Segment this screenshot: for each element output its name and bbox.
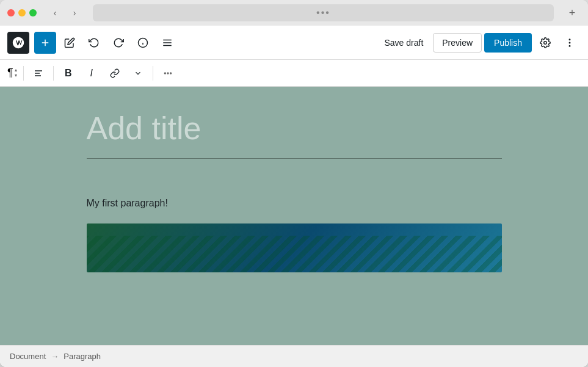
link-button[interactable] <box>104 64 126 83</box>
browser-window: ‹ › ••• + <box>0 0 588 367</box>
svg-point-9 <box>569 39 570 40</box>
more-options-button[interactable] <box>559 32 581 54</box>
first-paragraph[interactable]: My first paragraph! <box>87 195 502 211</box>
traffic-lights <box>7 9 37 16</box>
redo-icon <box>113 37 124 48</box>
block-more-button[interactable] <box>157 64 179 83</box>
traffic-light-fullscreen[interactable] <box>29 9 37 16</box>
plus-icon <box>40 37 51 48</box>
format-toolbar: ¶ ▴ ▾ B I <box>0 60 588 87</box>
align-button[interactable] <box>27 64 49 83</box>
paragraph-selector[interactable]: ¶ ▴ ▾ <box>7 67 17 79</box>
redo-button[interactable] <box>107 32 129 54</box>
traffic-light-minimize[interactable] <box>18 9 26 16</box>
address-bar[interactable]: ••• <box>93 4 554 21</box>
new-tab-button[interactable]: + <box>564 4 581 21</box>
wp-logo-button[interactable] <box>7 32 29 54</box>
more-formatting-button[interactable] <box>127 64 149 83</box>
browser-nav: ‹ › <box>46 4 83 21</box>
bold-button[interactable]: B <box>57 64 79 83</box>
address-dots: ••• <box>316 7 330 18</box>
svg-point-11 <box>569 45 570 46</box>
align-icon <box>34 68 43 78</box>
format-divider-2 <box>53 66 54 81</box>
editor-inner: Add title My first paragraph! <box>50 87 539 297</box>
svg-point-8 <box>544 41 547 44</box>
wp-logo-icon <box>12 36 25 49</box>
svg-point-17 <box>170 73 171 74</box>
save-draft-button[interactable]: Save draft <box>377 33 430 53</box>
info-button[interactable] <box>132 32 154 54</box>
editor-content[interactable]: Add title My first paragraph! <box>0 87 588 345</box>
publish-button[interactable]: Publish <box>484 33 532 53</box>
more-horizontal-icon <box>163 68 173 78</box>
info-icon <box>137 37 148 48</box>
image-block[interactable] <box>87 223 502 272</box>
forward-button[interactable]: › <box>66 4 83 21</box>
traffic-light-close[interactable] <box>7 9 15 16</box>
chevron-down-icon: ▾ <box>15 73 17 78</box>
breadcrumb-arrow: → <box>51 352 59 361</box>
add-block-button[interactable] <box>34 32 56 54</box>
edit-icon <box>64 37 75 48</box>
undo-button[interactable] <box>83 32 105 54</box>
document-status[interactable]: Document <box>10 352 46 361</box>
browser-titlebar: ‹ › ••• + <box>0 0 588 26</box>
format-divider-3 <box>153 66 153 81</box>
list-view-button[interactable] <box>156 32 178 54</box>
italic-button[interactable]: I <box>81 64 103 83</box>
status-bar: Document → Paragraph <box>0 345 588 367</box>
link-icon <box>110 68 120 78</box>
title-field[interactable]: Add title <box>87 111 502 146</box>
paragraph-chevrons: ▴ ▾ <box>15 68 17 78</box>
title-underline <box>87 158 502 159</box>
undo-icon <box>89 37 100 48</box>
back-button[interactable]: ‹ <box>46 4 64 21</box>
svg-point-15 <box>164 73 165 74</box>
chevron-up-icon: ▴ <box>15 68 17 73</box>
edit-button[interactable] <box>59 32 81 54</box>
paragraph-status[interactable]: Paragraph <box>64 352 101 361</box>
format-divider-1 <box>23 66 24 81</box>
preview-button[interactable]: Preview <box>433 33 482 53</box>
settings-icon <box>540 37 551 48</box>
svg-point-16 <box>167 73 169 74</box>
main-toolbar: Save draft Preview Publish <box>0 26 588 60</box>
list-view-icon <box>162 37 173 48</box>
svg-point-10 <box>569 42 570 43</box>
paragraph-icon: ¶ <box>7 67 13 79</box>
chevron-down-icon <box>134 69 142 78</box>
more-vertical-icon <box>564 37 575 48</box>
wp-editor: Save draft Preview Publish <box>0 26 588 367</box>
settings-button[interactable] <box>534 32 556 54</box>
toolbar-right: Save draft Preview Publish <box>377 32 581 54</box>
